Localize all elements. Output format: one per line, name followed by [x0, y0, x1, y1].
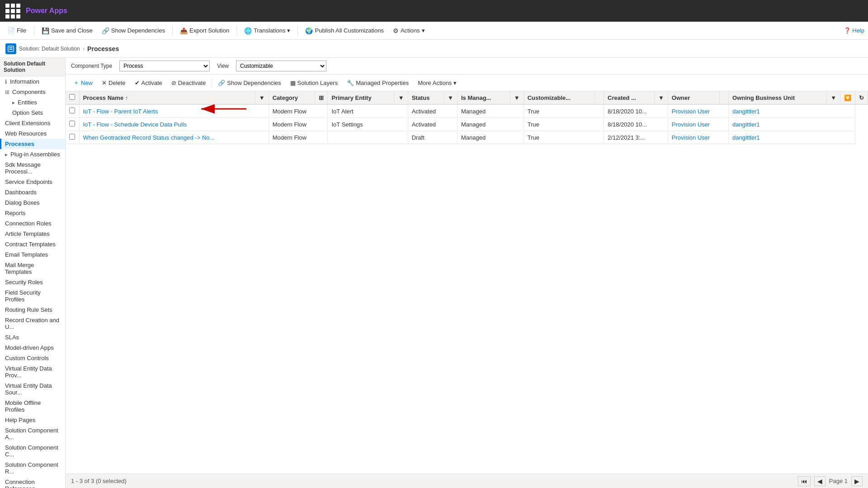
- row-owning-bu-2[interactable]: dangittler1: [729, 131, 855, 144]
- sidebar-item-25[interactable]: Virtual Entity Data Prov...: [0, 363, 65, 380]
- sidebar-item-2[interactable]: ▸Entities: [0, 97, 65, 108]
- row-category-2: Modern Flow: [269, 131, 328, 144]
- sidebar-item-19[interactable]: Field Security Profiles: [0, 287, 65, 305]
- row-checkbox-2[interactable]: [69, 134, 75, 140]
- sidebar-item-22[interactable]: SLAs: [0, 332, 65, 343]
- col-process-name[interactable]: Process Name ↑: [79, 91, 255, 104]
- row-process-name-1[interactable]: IoT - Flow - Schedule Device Data Pulls: [79, 118, 269, 131]
- col-filter2[interactable]: ⊞: [315, 91, 328, 104]
- sidebar-item-15[interactable]: Contract Templates: [0, 239, 65, 249]
- row-owner-0[interactable]: Provision User: [668, 104, 728, 118]
- sidebar-item-18[interactable]: Security Roles: [0, 277, 65, 287]
- sidebar-item-29[interactable]: Solution Component A...: [0, 425, 65, 442]
- publish-all-button[interactable]: 🌍 Publish All Customizations: [302, 25, 387, 36]
- solution-layers-button[interactable]: ▦ Solution Layers: [286, 77, 342, 89]
- row-process-name-0[interactable]: IoT - Flow - Parent IoT Alerts: [79, 104, 269, 118]
- activate-button[interactable]: ✔ Activate: [131, 77, 166, 89]
- select-all-checkbox[interactable]: [69, 94, 75, 100]
- col-status[interactable]: Status: [408, 91, 443, 104]
- row-owner-2[interactable]: Provision User: [668, 131, 728, 144]
- delete-button[interactable]: ✕ Delete: [98, 77, 130, 89]
- row-created-0: 8/18/2020 10...: [604, 104, 668, 118]
- show-deps-toolbar-button[interactable]: 🔗 Show Dependencies: [98, 25, 169, 36]
- sidebar-item-31[interactable]: Solution Component R...: [0, 460, 65, 477]
- sidebar-item-11[interactable]: Dialog Boxes: [0, 197, 65, 208]
- sidebar-item-10[interactable]: Dashboards: [0, 187, 65, 197]
- managed-props-button[interactable]: 🔧 Managed Properties: [343, 77, 413, 89]
- delete-icon: ✕: [102, 80, 107, 86]
- col-category[interactable]: Category: [269, 91, 315, 104]
- deactivate-button[interactable]: ⊘ Deactivate: [167, 77, 210, 89]
- row-checkbox-1[interactable]: [69, 121, 75, 127]
- sidebar-item-30[interactable]: Solution Component C...: [0, 442, 65, 460]
- actions-button[interactable]: ⚙ Actions ▾: [389, 25, 429, 36]
- next-page-button[interactable]: ▶: [851, 476, 863, 486]
- col-created[interactable]: Created ...: [604, 91, 655, 104]
- sidebar-item-1[interactable]: ⊞Components: [0, 87, 65, 97]
- col-owner[interactable]: Owner: [668, 91, 719, 104]
- col-filter5[interactable]: ▼: [510, 91, 524, 104]
- col-filter3[interactable]: ▼: [394, 91, 408, 104]
- sidebar-item-3[interactable]: Option Sets: [0, 108, 65, 118]
- sidebar-item-21[interactable]: Record Creation and U...: [0, 315, 65, 332]
- select-all-header[interactable]: [66, 91, 79, 104]
- row-checkbox-0[interactable]: [69, 108, 75, 113]
- sidebar-item-label-2: Entities: [18, 99, 37, 106]
- col-filter[interactable]: ▼: [255, 91, 269, 104]
- sidebar-item-16[interactable]: Email Templates: [0, 249, 65, 260]
- col-filter8[interactable]: [720, 91, 729, 104]
- table-row[interactable]: IoT - Flow - Schedule Device Data PullsM…: [66, 118, 868, 131]
- sidebar-item-4[interactable]: Client Extensions: [0, 118, 65, 128]
- row-owning-bu-1[interactable]: dangittler1: [729, 118, 855, 131]
- table-row[interactable]: When Geotracked Record Status changed ->…: [66, 131, 868, 144]
- prev-page-button[interactable]: ◀: [814, 476, 826, 486]
- help-button[interactable]: ❓ Help: [844, 27, 864, 34]
- sidebar-item-9[interactable]: Service Endpoints: [0, 177, 65, 187]
- col-filter9[interactable]: ▼: [827, 91, 840, 104]
- row-process-name-2[interactable]: When Geotracked Record Status changed ->…: [79, 131, 269, 144]
- sidebar-item-28[interactable]: Help Pages: [0, 415, 65, 425]
- sidebar-item-27[interactable]: Mobile Offline Profiles: [0, 398, 65, 415]
- export-solution-button[interactable]: 📤 Export Solution: [176, 25, 233, 36]
- more-actions-button[interactable]: More Actions ▾: [414, 77, 461, 89]
- new-button[interactable]: ＋ New: [69, 76, 97, 89]
- app-menu-icon[interactable]: [5, 4, 20, 19]
- sidebar-item-label-0: Information: [10, 78, 39, 85]
- sidebar-item-7[interactable]: ▸Plug-in Assemblies: [0, 149, 65, 160]
- sidebar-item-6[interactable]: Processes: [0, 139, 65, 149]
- sidebar-item-24[interactable]: Custom Controls: [0, 353, 65, 363]
- col-filter-icon[interactable]: 🔽: [840, 91, 855, 104]
- actions-chevron: ▾: [422, 27, 425, 34]
- first-page-button[interactable]: ⏮: [798, 476, 811, 486]
- sidebar-item-13[interactable]: Connection Roles: [0, 218, 65, 229]
- sidebar-item-5[interactable]: Web Resources: [0, 128, 65, 139]
- file-button[interactable]: 📄 File: [4, 25, 30, 36]
- col-filter7[interactable]: ▼: [654, 91, 668, 104]
- col-managed[interactable]: Is Manag...: [457, 91, 510, 104]
- sidebar-item-0[interactable]: ℹInformation: [0, 76, 65, 87]
- translations-button[interactable]: 🌐 Translations ▾: [241, 25, 294, 36]
- sidebar-item-label-23: Model-driven Apps: [5, 344, 54, 351]
- col-refresh-icon[interactable]: ↻: [855, 91, 868, 104]
- show-deps-action-button[interactable]: 🔗 Show Dependencies: [214, 77, 285, 89]
- sidebar-item-14[interactable]: Article Templates: [0, 229, 65, 239]
- view-select[interactable]: Customizable: [236, 61, 326, 71]
- sidebar-item-20[interactable]: Routing Rule Sets: [0, 305, 65, 315]
- table-scroll[interactable]: Process Name ↑ ▼ Category ⊞ Primary Enti…: [66, 91, 868, 474]
- col-owning-bu[interactable]: Owning Business Unit: [729, 91, 827, 104]
- col-primary-entity[interactable]: Primary Entity: [328, 91, 394, 104]
- col-filter4[interactable]: ▼: [444, 91, 458, 104]
- sidebar-item-12[interactable]: Reports: [0, 208, 65, 218]
- row-owner-1[interactable]: Provision User: [668, 118, 728, 131]
- component-type-select[interactable]: Process: [119, 61, 210, 71]
- save-close-button[interactable]: 💾 Save and Close: [38, 25, 96, 36]
- col-filter6[interactable]: [595, 91, 604, 104]
- sidebar-item-26[interactable]: Virtual Entity Data Sour...: [0, 380, 65, 398]
- col-customizable[interactable]: Customizable...: [524, 91, 594, 104]
- table-row[interactable]: IoT - Flow - Parent IoT AlertsModern Flo…: [66, 104, 868, 118]
- sidebar-item-23[interactable]: Model-driven Apps: [0, 343, 65, 353]
- row-owning-bu-0[interactable]: dangittler1: [729, 104, 855, 118]
- sidebar-item-17[interactable]: Mail Merge Templates: [0, 260, 65, 277]
- sidebar-item-8[interactable]: Sdk Message Processi...: [0, 160, 65, 177]
- sidebar-item-32[interactable]: Connection References: [0, 477, 65, 488]
